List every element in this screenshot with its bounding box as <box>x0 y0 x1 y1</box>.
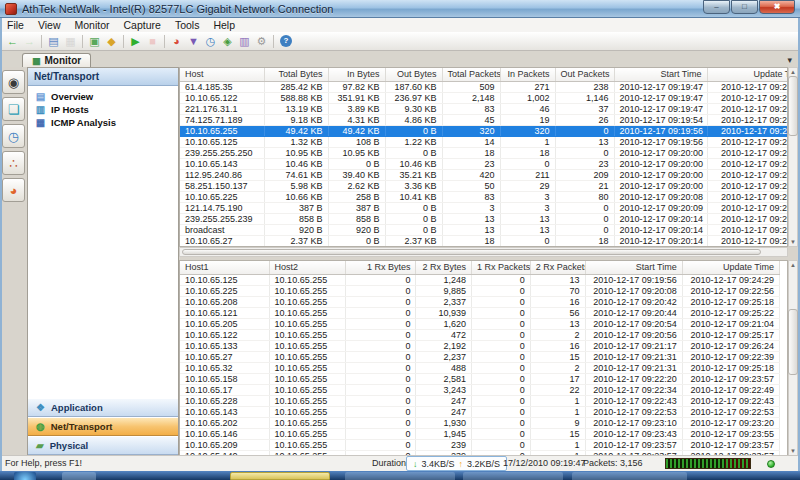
table-row[interactable]: 10.10.65.2710.10.65.25502,2370152010-12-… <box>180 351 780 362</box>
table-row[interactable]: broadcast920 B920 B0 B131302010-12-17 09… <box>180 224 788 235</box>
table-row[interactable]: 10.10.65.22510.10.65.25509,8850702010-12… <box>180 285 780 296</box>
table-row[interactable]: 10.10.65.3210.10.65.2550488022010-12-17 … <box>180 362 780 373</box>
filter-icon[interactable]: ▼ <box>185 34 202 49</box>
column-header[interactable]: Start Time <box>585 261 682 274</box>
table-row[interactable]: 10.10.65.12210.10.65.2550472022010-12-17… <box>180 329 780 340</box>
open-folder-icon[interactable]: ▤ <box>45 34 62 49</box>
pairs-vertical-scrollbar[interactable]: ▲ ▼ <box>788 260 798 456</box>
table-row[interactable]: 112.95.240.8674.61 KB39.40 KB35.21 KB420… <box>180 169 788 180</box>
start-capture-icon[interactable]: ▶ <box>127 34 144 49</box>
table-row[interactable]: 10.10.65.12510.10.65.25501,2480132010-12… <box>180 274 780 285</box>
hosts-horizontal-scrollbar[interactable] <box>179 247 788 257</box>
nav-application-button[interactable]: ❖ Application <box>28 398 178 417</box>
table-row[interactable]: 10.10.65.1251.32 KB108 B1.22 KB141132010… <box>180 136 788 147</box>
scrollbar-thumb[interactable] <box>788 76 798 136</box>
nav-physical-button[interactable]: ▰ Physical <box>28 436 178 455</box>
settings-gear-icon[interactable]: ⚙ <box>253 34 270 49</box>
table-row[interactable]: 10.10.65.20210.10.65.25501,930092010-12-… <box>180 417 780 428</box>
start-orb[interactable] <box>14 472 36 480</box>
column-header[interactable]: Total Packets <box>442 68 500 81</box>
alarm-clock-icon[interactable]: ◷ <box>2 124 25 148</box>
column-header[interactable]: 1 Rx Packets <box>472 261 531 274</box>
maximize-button[interactable]: □ <box>731 0 758 14</box>
export-image-icon[interactable]: ▣ <box>86 34 103 49</box>
clear-icon[interactable]: ◆ <box>103 34 120 49</box>
table-row[interactable]: 10.10.65.15810.10.65.25502,5810172010-12… <box>180 373 780 384</box>
column-header[interactable]: Update Time <box>682 261 779 274</box>
scrollbar-thumb[interactable] <box>788 309 798 375</box>
table-row[interactable]: 10.10.65.25549.42 KB49.42 KB0 B320320020… <box>180 125 788 136</box>
scroll-down-icon[interactable]: ▼ <box>789 238 797 246</box>
column-header[interactable]: 1 Rx Bytes <box>345 261 416 274</box>
column-header[interactable]: Host1 <box>180 261 269 274</box>
table-row[interactable]: 239.255.255.25010.95 KB10.95 KB0 B181802… <box>180 147 788 158</box>
menu-monitor[interactable]: Monitor <box>68 19 117 31</box>
scrollbar-thumb[interactable] <box>182 249 761 255</box>
table-row[interactable]: 10.10.65.14610.10.65.25501,9450152010-12… <box>180 428 780 439</box>
table-row[interactable]: 10.10.65.122588.88 KB351.91 KB236.97 KB2… <box>180 92 788 103</box>
table-row[interactable]: 10.10.65.20510.10.65.25501,6200132010-12… <box>180 318 780 329</box>
scroll-up-icon[interactable]: ▲ <box>789 68 797 76</box>
sidebar-item-icmp-analysis[interactable]: ▦ ICMP Analysis <box>30 116 176 129</box>
taskbar-button[interactable] <box>62 472 96 480</box>
column-header[interactable]: Out Bytes <box>385 68 442 81</box>
nav-net-transport-button[interactable]: ◍ Net/Transport <box>28 417 178 436</box>
column-header[interactable]: Update Time <box>707 68 788 81</box>
table-row[interactable]: 58.251.150.1375.98 KB2.62 KB3.36 KB50292… <box>180 180 788 191</box>
capture-lens-icon[interactable]: ◉ <box>2 70 25 94</box>
help-icon[interactable]: ? <box>280 35 292 47</box>
table-row[interactable]: 10.10.65.14310.10.65.2550247012010-12-17… <box>180 406 780 417</box>
back-icon[interactable]: ← <box>4 34 21 49</box>
menu-capture[interactable]: Capture <box>117 19 168 31</box>
topology-icon[interactable]: ◈ <box>219 34 236 49</box>
table-row[interactable]: 221.176.31.113.19 KB3.89 KB9.30 KB834637… <box>180 103 788 114</box>
taskbar-button-active[interactable] <box>230 472 330 480</box>
table-row[interactable]: 239.255.255.239858 B858 B0 B131302010-12… <box>180 213 788 224</box>
table-row[interactable]: 10.10.65.20810.10.65.25502,3370162010-12… <box>180 296 780 307</box>
table-row[interactable]: 61.4.185.35285.42 KB97.82 KB187.60 KB509… <box>180 81 788 92</box>
column-header[interactable]: Host2 <box>269 261 345 274</box>
table-row[interactable]: 10.10.65.12110.10.65.255010,9390562010-1… <box>180 307 780 318</box>
table-row[interactable]: 10.10.65.14310.46 KB0 B10.46 KB230232010… <box>180 158 788 169</box>
column-header[interactable]: Host <box>180 68 264 81</box>
pie-chart-icon[interactable]: ◕ <box>168 34 185 49</box>
tab-monitor[interactable]: ▦ Monitor <box>22 53 91 67</box>
taskbar-button[interactable] <box>345 472 455 480</box>
table-row[interactable]: 10.10.65.1710.10.65.25503,2430222010-12-… <box>180 384 780 395</box>
column-header[interactable]: 2 Rx Packets <box>530 261 585 274</box>
report-icon[interactable]: ▥ <box>236 34 253 49</box>
column-header[interactable]: In Packets <box>500 68 555 81</box>
pie-chart-icon[interactable]: ◕ <box>2 178 25 202</box>
table-row[interactable]: 74.125.71.1899.18 KB4.31 KB4.86 KB451926… <box>180 114 788 125</box>
minimize-button[interactable]: – <box>703 0 730 14</box>
taskbar-button[interactable] <box>572 472 687 480</box>
tab-pin-icon[interactable]: ▾ <box>787 55 792 65</box>
column-header[interactable]: Start Time <box>614 68 707 81</box>
table-row[interactable]: 10.10.65.22510.66 KB258 B10.41 KB8338020… <box>180 191 788 202</box>
scroll-down-icon[interactable]: ▼ <box>789 447 797 455</box>
table-row[interactable]: 10.10.65.272.37 KB0 B2.37 KB180182010-12… <box>180 235 788 246</box>
sidebar-item-ip-hosts[interactable]: ▥ IP Hosts <box>30 103 176 116</box>
table-row[interactable]: 10.10.65.22810.10.65.2550247012010-12-17… <box>180 395 780 406</box>
column-header[interactable]: Out Packets <box>555 68 614 81</box>
table-row[interactable]: 10.10.65.13310.10.65.25502,1920162010-12… <box>180 340 780 351</box>
topology-icon[interactable]: ∴ <box>2 151 25 175</box>
alarm-icon[interactable]: ◷ <box>202 34 219 49</box>
table-row[interactable]: 10.10.65.20910.10.65.2550239012010-12-17… <box>180 439 780 450</box>
column-header[interactable]: Total Bytes <box>264 68 328 81</box>
windows-view-icon[interactable]: ❏ <box>2 97 25 121</box>
capture-start-timestamp: 17/12/2010 09:19:47 <box>503 458 586 468</box>
menu-file[interactable]: File <box>0 19 31 31</box>
table-row[interactable]: 121.14.75.190387 B387 B0 B3302010-12-17 … <box>180 202 788 213</box>
hosts-vertical-scrollbar[interactable]: ▲ ▼ <box>788 67 798 247</box>
close-button[interactable]: ✖ <box>759 0 795 14</box>
menu-help[interactable]: Help <box>206 19 242 31</box>
column-header[interactable]: In Bytes <box>328 68 385 81</box>
taskbar-button[interactable] <box>463 472 563 480</box>
column-header[interactable]: 2 Rx Bytes <box>416 261 472 274</box>
menu-tools[interactable]: Tools <box>168 19 207 31</box>
sidebar-item-overview[interactable]: ▤ Overview <box>30 90 176 103</box>
menu-view[interactable]: View <box>31 19 68 31</box>
table-cell: 10.10.65.122 <box>180 92 264 103</box>
scroll-up-icon[interactable]: ▲ <box>789 261 797 269</box>
